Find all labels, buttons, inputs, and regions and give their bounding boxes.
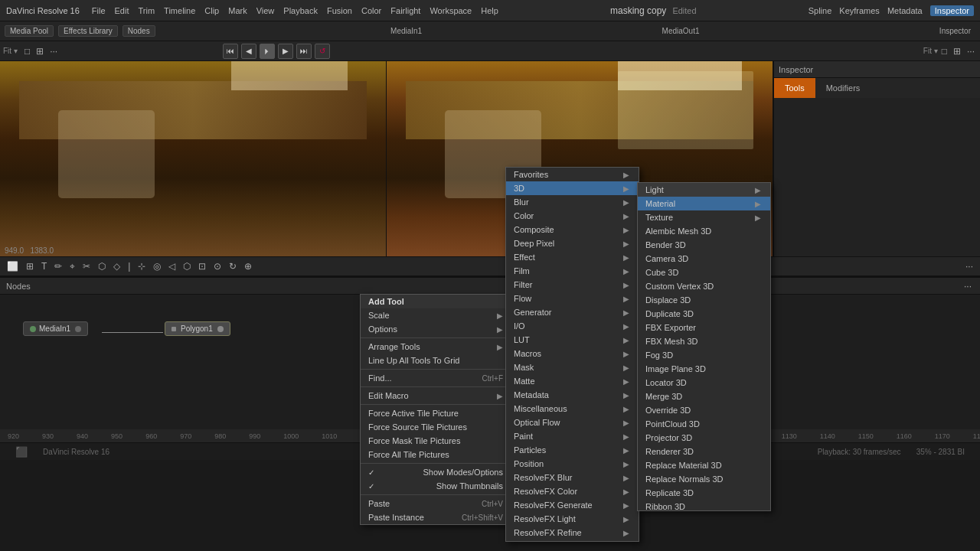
threed-replace-normals[interactable]: Replace Normals 3D — [638, 472, 770, 486]
cat-optical-flow[interactable]: Optical Flow ▶ — [506, 416, 639, 429]
metadata-button[interactable]: Metadata — [887, 6, 923, 15]
node-tool-4[interactable]: ✏ — [52, 259, 64, 273]
threed-fbx-mesh[interactable]: FBX Mesh 3D — [638, 334, 770, 348]
threed-duplicate[interactable]: Duplicate 3D — [638, 307, 770, 321]
menu-paste[interactable]: Paste Ctrl+V — [361, 497, 512, 510]
cat-color[interactable]: Color ▶ — [506, 209, 639, 223]
cat-resolvefx-blur[interactable]: ResolveFX Blur ▶ — [506, 471, 639, 484]
cat-blur[interactable]: Blur ▶ — [506, 195, 639, 209]
spline-button[interactable]: Spline — [808, 6, 832, 15]
menu-force-mask[interactable]: Force Mask Tile Pictures — [361, 434, 512, 448]
play-btn[interactable]: ⏵ — [260, 44, 275, 59]
menu-fairlight[interactable]: Fairlight — [390, 6, 420, 15]
threed-displace[interactable]: Displace 3D — [638, 293, 770, 307]
fit-dropdown-right[interactable]: Fit ▾ — [923, 47, 938, 55]
cat-3d[interactable]: 3D ▶ — [506, 181, 639, 195]
threed-bender[interactable]: Bender 3D — [638, 238, 770, 252]
menu-color[interactable]: Color — [361, 6, 381, 15]
threed-image-plane[interactable]: Image Plane 3D — [638, 362, 770, 376]
node-tool-13[interactable]: ⊡ — [196, 259, 208, 273]
threed-renderer[interactable]: Renderer 3D — [638, 445, 770, 458]
cat-composite[interactable]: Composite ▶ — [506, 223, 639, 236]
cat-effect[interactable]: Effect ▶ — [506, 250, 639, 264]
node-tool-12[interactable]: ⬡ — [181, 259, 193, 273]
threed-fbx-exporter[interactable]: FBX Exporter — [638, 321, 770, 334]
node-tool-8[interactable]: ◇ — [111, 259, 122, 273]
threed-cube[interactable]: Cube 3D — [638, 266, 770, 279]
node-tool-pipe[interactable]: | — [126, 259, 132, 273]
cat-resolvefx-revival[interactable]: ResolveFX Revival ▶ — [506, 540, 639, 542]
threed-texture[interactable]: Texture ▶ — [638, 210, 770, 224]
cat-lut[interactable]: LUT ▶ — [506, 333, 639, 347]
cat-mask[interactable]: Mask ▶ — [506, 360, 639, 374]
menu-mark[interactable]: Mark — [228, 6, 247, 15]
threed-projector[interactable]: Projector 3D — [638, 431, 770, 445]
node-tool-5[interactable]: ⌖ — [67, 259, 77, 273]
cat-resolvefx-light[interactable]: ResolveFX Light ▶ — [506, 512, 639, 526]
threed-material[interactable]: Material ▶ — [638, 197, 770, 210]
cat-miscellaneous[interactable]: Miscellaneous ▶ — [506, 402, 639, 416]
menu-workspace[interactable]: Workspace — [430, 6, 472, 15]
menu-clip[interactable]: Clip — [204, 6, 219, 15]
threed-override[interactable]: Override 3D — [638, 403, 770, 417]
viewer-tool-r2[interactable]: ⊞ — [951, 44, 963, 58]
nodes-button[interactable]: Nodes — [122, 25, 155, 37]
cat-film[interactable]: Film ▶ — [506, 264, 639, 278]
node-tool-11[interactable]: ◁ — [166, 259, 178, 273]
skip-to-end-btn[interactable]: ⏭ — [296, 44, 312, 59]
cat-particles[interactable]: Particles ▶ — [506, 443, 639, 457]
cat-generator[interactable]: Generator ▶ — [506, 305, 639, 319]
viewer-tool-2[interactable]: ⊞ — [34, 44, 46, 58]
node-polygon[interactable]: Polygon1 — [165, 321, 230, 336]
menu-edit-macro[interactable]: Edit Macro ▶ — [361, 389, 512, 403]
menu-find[interactable]: Find... Ctrl+F — [361, 371, 512, 385]
viewer-tool-r3[interactable]: ··· — [965, 44, 977, 58]
menu-lineup[interactable]: Line Up All Tools To Grid — [361, 354, 512, 367]
threed-locator[interactable]: Locator 3D — [638, 376, 770, 390]
fit-dropdown[interactable]: Fit ▾ — [3, 47, 18, 55]
cat-filter[interactable]: Filter ▶ — [506, 278, 639, 292]
cat-io[interactable]: I/O ▶ — [506, 319, 639, 333]
node-tool-select[interactable]: ⬜ — [5, 259, 21, 273]
threed-camera[interactable]: Camera 3D — [638, 252, 770, 266]
viewer-tool-1[interactable]: □ — [22, 44, 32, 58]
threed-light[interactable]: Light ▶ — [638, 183, 770, 197]
menu-force-active[interactable]: Force Active Tile Picture — [361, 406, 512, 420]
menu-paste-instance[interactable]: Paste Instance Ctrl+Shift+V — [361, 510, 512, 524]
inspector-tab-modifiers[interactable]: Modifiers — [815, 78, 871, 98]
threed-fog[interactable]: Fog 3D — [638, 348, 770, 362]
node-tool-10[interactable]: ◎ — [151, 259, 163, 273]
menu-edit[interactable]: Edit — [115, 6, 129, 15]
node-tool-9[interactable]: ⊹ — [136, 259, 148, 273]
node-tool-2[interactable]: ⊞ — [24, 259, 36, 273]
threed-custom-vertex[interactable]: Custom Vertex 3D — [638, 279, 770, 293]
media-icon[interactable]: ⬛ — [15, 446, 28, 458]
cat-resolvefx-color[interactable]: ResolveFX Color ▶ — [506, 484, 639, 498]
cat-paint[interactable]: Paint ▶ — [506, 429, 639, 443]
menu-file[interactable]: File — [92, 6, 106, 15]
cat-favorites[interactable]: Favorites ▶ — [506, 168, 639, 181]
node-tool-7[interactable]: ⬡ — [96, 259, 108, 273]
inspector-button[interactable]: Inspector — [930, 5, 974, 16]
node-tool-15[interactable]: ↻ — [227, 259, 239, 273]
node-tool-6[interactable]: ✂ — [80, 259, 93, 273]
menu-help[interactable]: Help — [481, 6, 498, 15]
menu-view[interactable]: View — [256, 6, 275, 15]
menu-timeline[interactable]: Timeline — [164, 6, 195, 15]
keyframes-button[interactable]: Keyframes — [839, 6, 880, 15]
menu-show-modes[interactable]: Show Modes/Options — [361, 465, 512, 479]
menu-fusion[interactable]: Fusion — [327, 6, 352, 15]
cat-deep-pixel[interactable]: Deep Pixel ▶ — [506, 236, 639, 250]
prev-frame-btn[interactable]: ◀ — [241, 44, 256, 59]
cat-flow[interactable]: Flow ▶ — [506, 292, 639, 305]
node-tool-3[interactable]: T — [39, 259, 49, 273]
node-mediain[interactable]: MediaIn1 — [23, 321, 88, 336]
cat-resolvefx-generate[interactable]: ResolveFX Generate ▶ — [506, 498, 639, 512]
cat-matte[interactable]: Matte ▶ — [506, 374, 639, 388]
threed-pointcloud[interactable]: PointCloud 3D — [638, 417, 770, 431]
menu-options[interactable]: Options ▶ — [361, 322, 512, 336]
node-tool-16[interactable]: ⊕ — [242, 259, 254, 273]
threed-ribbon[interactable]: Ribbon 3D — [638, 500, 770, 511]
threed-alembic[interactable]: Alembic Mesh 3D — [638, 224, 770, 238]
cat-macros[interactable]: Macros ▶ — [506, 347, 639, 360]
